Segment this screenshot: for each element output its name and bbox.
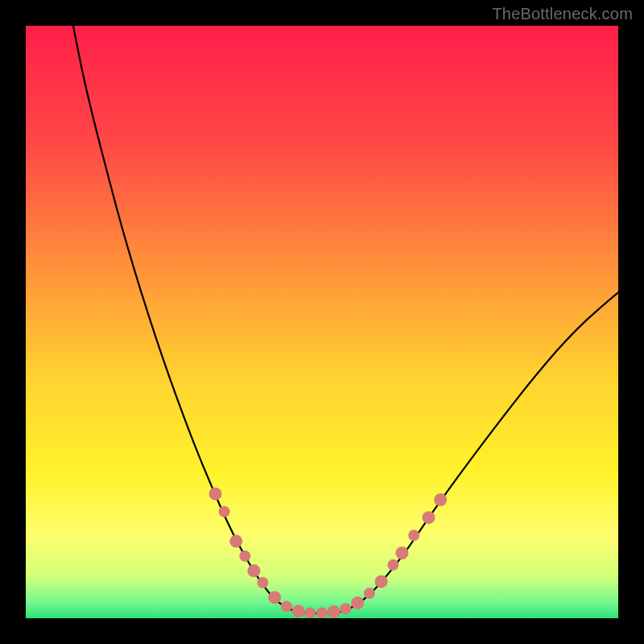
data-marker <box>304 607 316 618</box>
data-marker <box>387 559 398 571</box>
data-marker <box>247 564 260 577</box>
data-marker <box>219 506 230 518</box>
data-marker <box>423 511 436 524</box>
data-marker <box>281 601 292 612</box>
data-marker <box>209 487 222 500</box>
data-marker <box>316 607 328 618</box>
data-marker <box>434 493 447 506</box>
data-marker <box>340 603 351 614</box>
data-marker <box>328 605 341 618</box>
data-marker <box>395 547 408 559</box>
plot-area <box>26 26 618 618</box>
data-marker <box>257 577 268 588</box>
watermark-label: TheBottleneck.com <box>492 5 633 23</box>
data-marker <box>229 535 242 547</box>
data-marker <box>292 605 305 617</box>
data-marker <box>408 530 419 541</box>
data-marker <box>351 597 364 609</box>
data-marker <box>268 591 281 604</box>
chart-stage: TheBottleneck.com <box>0 0 644 644</box>
data-marker <box>375 575 388 588</box>
data-marker <box>239 551 250 562</box>
chart-svg <box>26 26 618 618</box>
data-marker <box>364 588 375 599</box>
gradient-background <box>26 26 618 618</box>
